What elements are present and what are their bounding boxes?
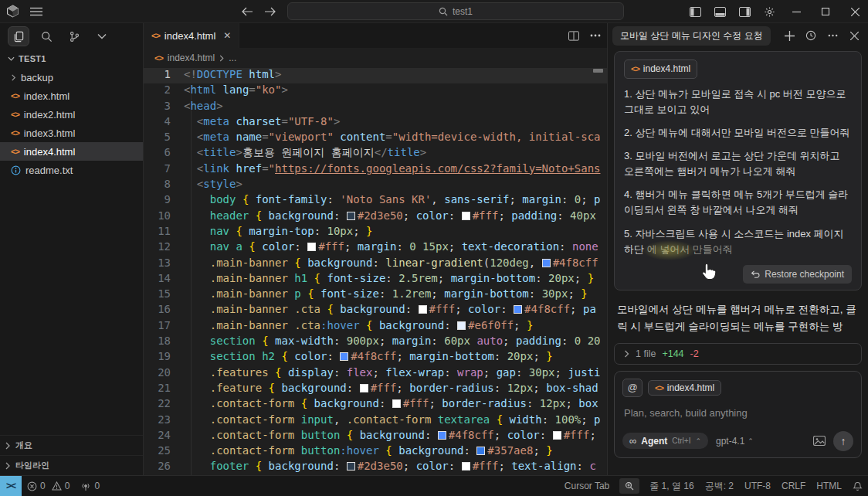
tree-item-index3-html[interactable]: <>index3.html bbox=[0, 124, 143, 142]
notifications-bell-icon[interactable] bbox=[847, 476, 868, 496]
window-close-button[interactable] bbox=[842, 0, 868, 23]
ports-indicator[interactable]: 0 bbox=[75, 476, 105, 496]
breadcrumb[interactable]: <> index4.html ... bbox=[144, 48, 607, 68]
code-line-19[interactable]: 19 section h2 { color: #4f8cff; margin-b… bbox=[144, 350, 607, 365]
attach-image-icon[interactable] bbox=[813, 436, 826, 446]
sidebar-section-timeline[interactable]: 타임라인 bbox=[0, 455, 143, 475]
tree-item-index2-html[interactable]: <>index2.html bbox=[0, 105, 143, 124]
code-line-3[interactable]: 3<head> bbox=[144, 100, 607, 115]
send-button[interactable]: ↑ bbox=[833, 431, 853, 451]
add-context-button[interactable]: @ bbox=[622, 379, 643, 397]
code-line-26[interactable]: 26 footer { background: #2d3e50; color: … bbox=[144, 460, 607, 475]
toggle-sidebar-icon[interactable] bbox=[684, 0, 706, 23]
color-swatch[interactable] bbox=[307, 243, 316, 251]
screencast-zoom-icon[interactable] bbox=[619, 478, 639, 494]
code-line-6[interactable]: 6 <title>홍보용 원페이지 홈페이지</title> bbox=[144, 146, 607, 161]
toggle-secondary-sidebar-icon[interactable] bbox=[734, 0, 755, 23]
color-swatch[interactable] bbox=[347, 212, 355, 220]
color-swatch[interactable] bbox=[462, 462, 470, 471]
search-view-icon[interactable] bbox=[36, 26, 57, 46]
agent-mode-picker[interactable]: ∞ Agent Ctrl+I ⌃ bbox=[622, 433, 708, 449]
chat-history-icon[interactable] bbox=[802, 26, 820, 45]
code-line-21[interactable]: 21 .feature { background: #fff; border-r… bbox=[144, 382, 607, 397]
tab-index4-html[interactable]: <> index4.html ✕ bbox=[144, 23, 239, 48]
tab-close-icon[interactable]: ✕ bbox=[223, 30, 231, 41]
window-minimize-button[interactable] bbox=[783, 0, 809, 23]
color-swatch[interactable] bbox=[457, 321, 466, 330]
indentation-indicator[interactable]: 공백: 2 bbox=[700, 476, 739, 496]
tree-item-backup[interactable]: backup bbox=[0, 68, 143, 87]
encoding-indicator[interactable]: UTF-8 bbox=[739, 476, 776, 496]
problems-indicator[interactable]: 0 0 bbox=[22, 476, 75, 496]
color-swatch[interactable] bbox=[360, 384, 368, 392]
color-swatch[interactable] bbox=[392, 399, 401, 408]
tree-item-index-html[interactable]: <>index.html bbox=[0, 87, 143, 105]
changed-files-summary[interactable]: 1 file +144 -2 bbox=[614, 343, 862, 365]
tree-item-readme-txt[interactable]: readme.txt bbox=[0, 161, 143, 179]
model-picker[interactable]: gpt-4.1 ⌃ bbox=[716, 436, 754, 447]
more-views-chevron-icon[interactable] bbox=[91, 26, 113, 46]
color-swatch[interactable] bbox=[476, 447, 485, 455]
code-line-5[interactable]: 5 <meta name="viewport" content="width=d… bbox=[144, 131, 607, 146]
color-swatch[interactable] bbox=[462, 212, 470, 220]
code-line-15[interactable]: 15 .main-banner p { font-size: 1.2rem; m… bbox=[144, 287, 607, 303]
window-maximize-button[interactable] bbox=[812, 0, 839, 23]
color-swatch[interactable] bbox=[514, 305, 522, 314]
split-editor-icon[interactable] bbox=[568, 31, 579, 41]
line-col-indicator[interactable]: 줄 1, 열 16 bbox=[644, 476, 699, 496]
code-line-16[interactable]: 16 .main-banner .cta { background: #fff;… bbox=[144, 303, 607, 318]
code-line-4[interactable]: 4 <meta charset="UTF-8"> bbox=[144, 115, 607, 131]
code-line-24[interactable]: 24 .contact-form button { background: #4… bbox=[144, 429, 607, 444]
settings-gear-icon[interactable] bbox=[758, 0, 780, 23]
chat-more-icon[interactable] bbox=[823, 26, 842, 45]
menu-hamburger-icon[interactable] bbox=[30, 7, 42, 16]
cursor-tab-status[interactable]: Cursor Tab bbox=[559, 476, 615, 496]
color-swatch[interactable] bbox=[438, 431, 446, 440]
color-swatch[interactable] bbox=[553, 431, 561, 440]
code-line-12[interactable]: 12 nav a { color: #fff; margin: 0 15px; … bbox=[144, 240, 607, 256]
chat-input-box[interactable]: @ <> index4.html Plan, search, build any… bbox=[614, 371, 862, 458]
nav-back-icon[interactable] bbox=[241, 7, 253, 16]
code-line-18[interactable]: 18 section { max-width: 900px; margin: 6… bbox=[144, 335, 607, 350]
global-search-box[interactable]: test1 bbox=[287, 2, 624, 20]
code-line-17[interactable]: 17 .main-banner .cta:hover { background:… bbox=[144, 319, 607, 335]
line-number: 22 bbox=[144, 397, 184, 413]
sidebar-section-outline[interactable]: 개요 bbox=[0, 435, 143, 455]
code-line-25[interactable]: 25 .contact-form button:hover { backgrou… bbox=[144, 444, 607, 460]
toggle-panel-icon[interactable] bbox=[709, 0, 731, 23]
chat-close-icon[interactable] bbox=[845, 26, 863, 45]
code-line-23[interactable]: 23 .contact-form input, .contact-form te… bbox=[144, 413, 607, 429]
restore-checkpoint-button[interactable]: Restore checkpoint bbox=[743, 265, 852, 284]
language-mode-indicator[interactable]: HTML bbox=[811, 476, 847, 496]
chat-title[interactable]: 모바일 상단 메뉴 디자인 수정 요청 bbox=[612, 26, 771, 46]
explorer-icon[interactable] bbox=[8, 26, 29, 46]
code-line-2[interactable]: 2<html lang="ko"> bbox=[144, 83, 607, 99]
explorer-root-folder[interactable]: TEST1 bbox=[0, 49, 143, 68]
code-line-20[interactable]: 20 .features { display: flex; flex-wrap:… bbox=[144, 366, 607, 382]
color-swatch[interactable] bbox=[542, 259, 551, 267]
code-line-1[interactable]: 1<!DOCTYPE html> bbox=[144, 68, 607, 83]
new-chat-icon[interactable] bbox=[780, 26, 798, 45]
editor-more-actions-icon[interactable] bbox=[590, 34, 601, 37]
context-file-chip[interactable]: <> index4.html bbox=[648, 380, 721, 396]
color-swatch[interactable] bbox=[340, 352, 348, 361]
line-number: 3 bbox=[144, 100, 184, 115]
chat-input-placeholder[interactable]: Plan, search, build anything bbox=[624, 407, 852, 419]
code-line-22[interactable]: 22 .contact-form { background: #fff; bor… bbox=[144, 397, 607, 413]
nav-forward-icon[interactable] bbox=[264, 7, 276, 16]
source-control-icon[interactable] bbox=[63, 26, 85, 46]
tree-item-index4-html[interactable]: <>index4.html bbox=[0, 142, 143, 161]
eol-indicator[interactable]: CRLF bbox=[776, 476, 811, 496]
color-swatch[interactable] bbox=[347, 462, 355, 471]
remote-indicator[interactable]: >< bbox=[0, 476, 22, 496]
color-swatch[interactable] bbox=[419, 305, 427, 314]
code-line-7[interactable]: 7 <link href="https://fonts.googleapis.c… bbox=[144, 162, 607, 178]
message-file-chip[interactable]: <> index4.html bbox=[624, 59, 697, 79]
code-editor[interactable]: 1<!DOCTYPE html>2<html lang="ko">3<head>… bbox=[144, 68, 607, 475]
code-line-9[interactable]: 9 body { font-family: 'Noto Sans KR', sa… bbox=[144, 193, 607, 209]
code-line-10[interactable]: 10 header { background: #2d3e50; color: … bbox=[144, 209, 607, 225]
code-line-14[interactable]: 14 .main-banner h1 { font-size: 2.5rem; … bbox=[144, 272, 607, 287]
code-line-11[interactable]: 11 nav { margin-top: 10px; } bbox=[144, 225, 607, 240]
code-line-8[interactable]: 8 <style> bbox=[144, 178, 607, 193]
code-line-13[interactable]: 13 .main-banner { background: linear-gra… bbox=[144, 256, 607, 272]
